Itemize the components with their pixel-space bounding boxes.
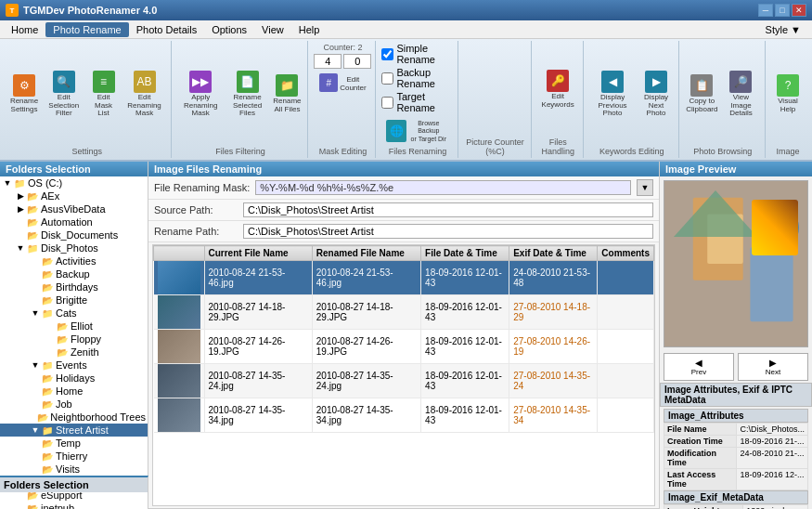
menu-photo-rename[interactable]: Photo Rename: [45, 22, 128, 37]
browse-backup-button[interactable]: 🌐 Browse Backupor Target Dir: [381, 117, 453, 146]
apply-renaming-icon: ▶▶: [189, 71, 212, 93]
next-photo-button[interactable]: ▶ Next: [738, 353, 808, 381]
thumb-cell: [154, 364, 205, 398]
table-row[interactable]: 2010-08-27 14-26-19.JPG 2010-08-27 14-26…: [154, 330, 654, 364]
prev-photo-button[interactable]: ◀ Prev: [664, 353, 734, 381]
maximize-button[interactable]: □: [775, 4, 790, 17]
ribbon-group-keywords: ◀ DisplayPrevious Photo ▶ DisplayNext Ph…: [586, 41, 679, 158]
menu-photo-details[interactable]: Photo Details: [129, 22, 204, 37]
renaming-panel: Image Files Renaming File Renaming Mask:…: [148, 162, 659, 509]
folders-tree[interactable]: ▼ 📁 OS (C:) ▶ 📂 AEx ▶ 📂 AsusVibeData 📂 A…: [0, 176, 148, 509]
tree-item-birthdays[interactable]: 📂 Birthdays: [0, 281, 148, 294]
metadata-container[interactable]: Image_Attributes File Name C:\Disk_Photo…: [664, 409, 808, 509]
menu-help[interactable]: Help: [291, 22, 328, 37]
menu-home[interactable]: Home: [4, 22, 45, 37]
mask-dropdown-button[interactable]: ▼: [637, 179, 653, 196]
col-comments[interactable]: Comments: [598, 246, 654, 261]
tree-item-automation[interactable]: 📂 Automation: [0, 215, 148, 228]
tree-item-backup[interactable]: 📂 Backup: [0, 268, 148, 281]
visual-help-button[interactable]: ? VisualHelp: [771, 43, 805, 146]
edit-counter-button[interactable]: # EditCounter: [314, 71, 371, 96]
rename-selected-button[interactable]: 📄 RenameSelected Files: [226, 43, 269, 146]
edit-mask-list-button[interactable]: ≡ EditMask List: [87, 43, 121, 146]
target-rename-checkbox[interactable]: [381, 97, 393, 109]
tree-item-cats[interactable]: ▼ 📁 Cats: [0, 307, 148, 320]
style-menu[interactable]: Style ▼: [758, 22, 808, 37]
preview-image: [664, 181, 807, 346]
file-table: Current File Name Renamed File Name File…: [153, 245, 654, 433]
tree-item-thierry[interactable]: 📂 Thierry: [0, 450, 148, 463]
tree-item-inetpub[interactable]: 📂 inetpub: [0, 502, 148, 509]
metadata-row: Modification Time 24-08-2010 21-...: [664, 448, 808, 469]
folders-selection-tab[interactable]: Folders Selection: [0, 476, 148, 492]
ribbon-group-image: ? VisualHelp Image: [767, 41, 808, 158]
edit-renaming-mask-button[interactable]: AB Edit RenamingMask: [122, 43, 167, 146]
rename-settings-button[interactable]: ⚙ RenameSettings: [7, 43, 41, 146]
table-row[interactable]: 2010-08-24 21-53-46.jpg 2010-08-24 21-53…: [154, 261, 654, 295]
view-image-details-button[interactable]: 🔎 View ImageDetails: [721, 43, 761, 146]
meta-key: Image Height: [664, 505, 743, 509]
tree-item-brigitte[interactable]: 📂 Brigitte: [0, 294, 148, 307]
simple-rename-checkbox[interactable]: [381, 48, 393, 60]
col-exif-date[interactable]: Exif Date & Time: [509, 246, 598, 261]
minimize-button[interactable]: ─: [758, 4, 773, 17]
col-current[interactable]: Current File Name: [204, 246, 312, 261]
source-input[interactable]: [243, 202, 653, 217]
table-row[interactable]: 2010-08-27 14-18-29.JPG 2010-08-27 14-18…: [154, 295, 654, 330]
folder-icon: 📂: [26, 229, 39, 241]
tree-item-visits[interactable]: 📂 Visits: [0, 463, 148, 476]
edit-selection-filter-button[interactable]: 🔍 Edit SelectionFilter: [43, 43, 85, 146]
tree-item-os[interactable]: ▼ 📁 OS (C:): [0, 176, 148, 189]
tree-item-asus[interactable]: ▶ 📂 AsusVibeData: [0, 202, 148, 215]
col-file-date[interactable]: File Date & Time: [421, 246, 509, 261]
meta-key: Creation Time: [664, 436, 737, 448]
folder-icon: 📂: [41, 385, 54, 397]
folder-icon: 📂: [56, 333, 69, 345]
menu-bar: Home Photo Rename Photo Details Options …: [0, 20, 812, 39]
tree-item-temp[interactable]: 📂 Temp: [0, 437, 148, 450]
rename-all-button[interactable]: 📁 RenameAll Files: [270, 43, 303, 146]
menu-options[interactable]: Options: [204, 22, 254, 37]
renamed-filename: 2010-08-27 14-26-19.JPG: [312, 330, 420, 364]
file-date: 18-09-2016 12-01-43: [421, 330, 509, 364]
tree-item-disk-documents[interactable]: 📂 Disk_Documents: [0, 228, 148, 241]
edit-keywords-button[interactable]: 🔑 EditKeywords: [537, 43, 579, 137]
folder-icon: 📂: [41, 281, 54, 293]
copy-clipboard-button[interactable]: 📋 Copy toClipboard: [685, 43, 719, 146]
meta-key: Last Access Time: [664, 469, 737, 490]
menu-view[interactable]: View: [254, 22, 291, 37]
rename-all-icon: 📁: [276, 74, 298, 97]
apply-renaming-button[interactable]: ▶▶ ApplyRenaming Mask: [177, 43, 225, 146]
close-button[interactable]: ✕: [792, 4, 806, 17]
tree-item-home[interactable]: 📂 Home: [0, 385, 148, 398]
view-image-icon: 🔎: [729, 71, 752, 93]
tree-item-floppy[interactable]: 📂 Floppy: [0, 333, 148, 346]
tree-item-zenith[interactable]: 📂 Zenith: [0, 346, 148, 359]
table-row[interactable]: 2010-08-27 14-35-24.jpg 2010-08-27 14-35…: [154, 364, 654, 398]
tree-item-elliot[interactable]: 📂 Elliot: [0, 320, 148, 333]
metadata-row: File Name C:\Disk_Photos...: [664, 424, 808, 436]
tree-item-disk-photos[interactable]: ▼ 📁 Disk_Photos: [0, 241, 148, 254]
display-prev-button[interactable]: ◀ DisplayPrevious Photo: [589, 43, 636, 146]
col-renamed[interactable]: Renamed File Name: [312, 246, 420, 261]
tree-item-activities[interactable]: 📂 Activities: [0, 254, 148, 268]
mask-input[interactable]: [255, 180, 631, 195]
tree-item-street-artist[interactable]: ▼ 📁 Street Artist: [0, 424, 148, 437]
display-next-button[interactable]: ▶ DisplayNext Photo: [638, 43, 675, 146]
backup-rename-checkbox[interactable]: [381, 72, 393, 85]
table-row[interactable]: 2010-08-27 14-35-34.jpg 2010-08-27 14-35…: [154, 398, 654, 433]
folder-icon: 📂: [56, 320, 69, 332]
tree-item-events[interactable]: ▼ 📁 Events: [0, 359, 148, 372]
exif-date: 27-08-2010 14-35-34: [509, 398, 598, 433]
tree-item-neighborhood[interactable]: 📂 Neightborhood Trees: [0, 411, 148, 424]
tree-item-holidays[interactable]: 📂 Holidays: [0, 372, 148, 385]
tree-item-aex[interactable]: ▶ 📂 AEx: [0, 189, 148, 202]
renamed-filename: 2010-08-24 21-53-46.jpg: [312, 261, 420, 295]
edit-renaming-icon: AB: [134, 71, 156, 93]
tree-item-job[interactable]: 📂 Job: [0, 398, 148, 411]
rename-input[interactable]: [243, 224, 653, 239]
preview-image-area: [664, 180, 808, 347]
file-table-container[interactable]: Current File Name Renamed File Name File…: [152, 244, 655, 506]
comments: [598, 261, 654, 295]
meta-key: File Name: [664, 424, 737, 436]
